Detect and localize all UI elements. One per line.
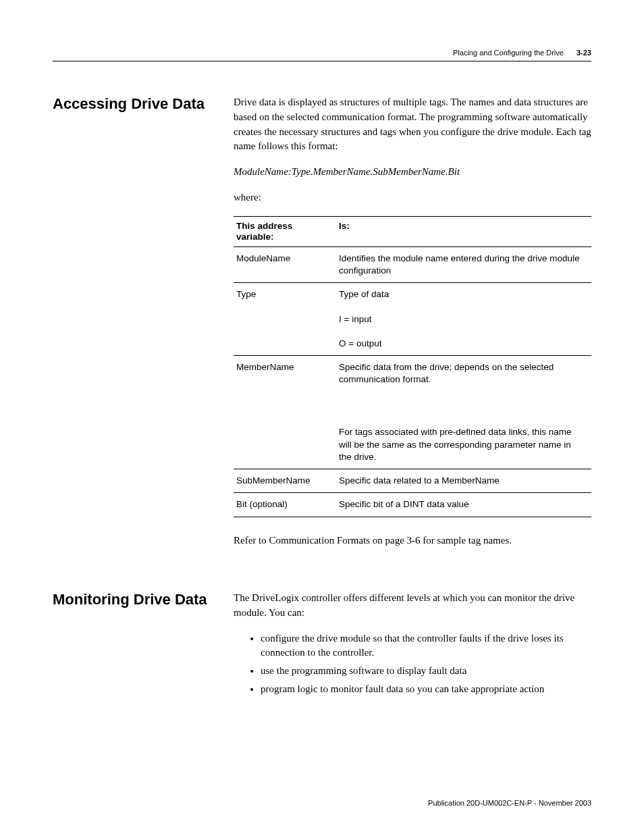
cell-text: For tags associated with pre-defined dat… xyxy=(339,426,586,463)
table-row: Bit (optional) Specific bit of a DINT da… xyxy=(234,493,591,517)
section-body: The DriveLogix controller offers differe… xyxy=(234,591,591,700)
where-label: where: xyxy=(234,190,591,205)
page-footer: Publication 20D-UM002C-EN-P - November 2… xyxy=(428,799,591,807)
table-cell-var: Type xyxy=(234,283,336,356)
cell-text: O = output xyxy=(339,338,586,350)
table-header-is: Is: xyxy=(336,216,591,246)
table-row: MemberName Specific data from the drive;… xyxy=(234,355,591,469)
section-heading: Accessing Drive Data xyxy=(53,95,234,558)
page: Placing and Configuring the Drive 3-23 A… xyxy=(0,0,644,834)
cell-spacer xyxy=(339,398,586,414)
section-monitoring-drive-data: Monitoring Drive Data The DriveLogix con… xyxy=(53,591,591,700)
table-cell-desc: Specific data related to a MemberName xyxy=(336,469,591,493)
list-item: use the programming software to display … xyxy=(261,664,591,678)
table-cell-var: ModuleName xyxy=(234,246,336,282)
header-title: Placing and Configuring the Drive xyxy=(453,49,564,57)
table-cell-var: SubMemberName xyxy=(234,469,336,493)
table-cell-var: MemberName xyxy=(234,355,336,469)
address-variable-table: This address variable: Is: ModuleName Id… xyxy=(234,216,591,517)
list-item: configure the drive module so that the c… xyxy=(261,631,591,660)
paragraph: The DriveLogix controller offers differe… xyxy=(234,591,591,621)
cell-text: Specific data related to a MemberName xyxy=(339,475,586,487)
header-page-number: 3-23 xyxy=(576,49,591,57)
table-cell-var: Bit (optional) xyxy=(234,493,336,517)
section-body: Drive data is displayed as structures of… xyxy=(234,95,591,558)
header-rule xyxy=(53,61,591,61)
cell-text: Type of data xyxy=(339,288,586,301)
bullet-list: configure the drive module so that the c… xyxy=(234,631,591,696)
table-cell-desc: Specific data from the drive; depends on… xyxy=(336,355,591,469)
table-cell-desc: Type of data I = input O = output xyxy=(336,283,591,356)
section-accessing-drive-data: Accessing Drive Data Drive data is displ… xyxy=(53,95,591,558)
section-heading: Monitoring Drive Data xyxy=(53,591,234,700)
table-row: ModuleName Identifies the module name en… xyxy=(234,246,591,282)
table-row: Type Type of data I = input O = output xyxy=(234,283,591,356)
list-item: program logic to monitor fault data so y… xyxy=(261,682,591,696)
table-cell-desc: Specific bit of a DINT data value xyxy=(336,493,591,517)
cell-text: Specific bit of a DINT data value xyxy=(339,498,586,511)
cell-text: I = input xyxy=(339,313,586,325)
table-header-row: This address variable: Is: xyxy=(234,216,591,246)
format-line: ModuleName:Type.MemberName.SubMemberName… xyxy=(234,165,591,180)
table-cell-desc: Identifies the module name entered durin… xyxy=(336,246,591,282)
table-row: SubMemberName Specific data related to a… xyxy=(234,469,591,493)
table-header-variable: This address variable: xyxy=(234,216,336,246)
paragraph: Drive data is displayed as structures of… xyxy=(234,95,591,154)
cell-text: Identifies the module name entered durin… xyxy=(339,253,586,277)
refer-paragraph: Refer to Communication Formats on page 3… xyxy=(234,533,591,548)
cell-text: Specific data from the drive; depends on… xyxy=(339,361,586,386)
page-header: Placing and Configuring the Drive 3-23 xyxy=(53,49,591,57)
